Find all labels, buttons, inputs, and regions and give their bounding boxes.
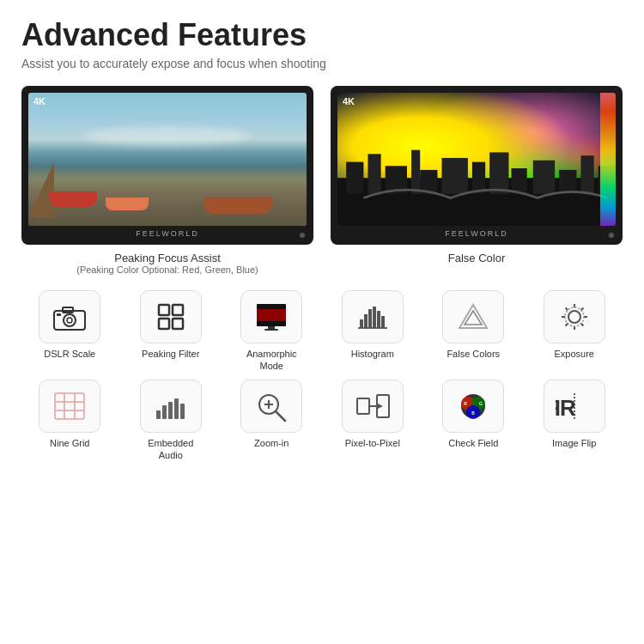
natural-screen: 4K xyxy=(28,93,307,226)
monitor2-brand: FEELWORLD xyxy=(337,229,616,238)
svg-rect-9 xyxy=(512,168,527,194)
svg-point-16 xyxy=(64,314,76,326)
monitor1-caption: Peaking Focus Assist (Peaking Color Opti… xyxy=(76,252,258,275)
page-subtitle: Assist you to accurately expose and focu… xyxy=(21,57,623,70)
pixel-to-pixel-box xyxy=(342,380,404,433)
svg-rect-21 xyxy=(173,305,183,315)
monitors-row: 4K FEELWORLD Peaking Focus Assist (Peaki… xyxy=(21,86,623,275)
svg-text:R: R xyxy=(464,401,467,406)
false-color-bg xyxy=(337,93,616,226)
image-flip-label: Image Flip xyxy=(552,437,596,449)
svg-rect-8 xyxy=(489,152,508,193)
svg-rect-7 xyxy=(472,162,485,194)
svg-rect-32 xyxy=(373,307,376,328)
zoom-in-box xyxy=(240,380,302,433)
dslr-scale-item: DSLR Scale xyxy=(21,290,118,373)
false-colors-icon xyxy=(454,301,492,333)
check-field-item: R G B Check Field xyxy=(425,380,522,462)
histogram-item: Histogram xyxy=(325,290,422,373)
svg-rect-56 xyxy=(180,404,185,419)
zoom-in-item: Zoom-in xyxy=(223,380,320,462)
svg-point-17 xyxy=(67,318,72,323)
dslr-scale-box xyxy=(39,290,100,343)
dslr-scale-icon xyxy=(51,301,88,333)
embedded-audio-box xyxy=(140,380,202,433)
monitor2-4k-label: 4K xyxy=(343,96,355,106)
exposure-icon xyxy=(556,301,593,333)
peaking-filter-item: Peaking Filter xyxy=(123,290,220,373)
page: Advanced Features Assist you to accurate… xyxy=(0,0,644,644)
svg-marker-36 xyxy=(465,311,482,325)
svg-point-37 xyxy=(568,311,580,323)
image-flip-item: R R Image Flip xyxy=(526,380,623,462)
icons-section: DSLR Scale Peaking Filter xyxy=(21,290,623,461)
boat1 xyxy=(50,191,97,207)
monitor1-4k-label: 4K xyxy=(33,96,46,106)
anamorphic-mode-icon xyxy=(252,301,290,333)
boat3 xyxy=(204,197,272,214)
check-field-icon: R G B xyxy=(454,390,492,422)
svg-rect-12 xyxy=(581,155,594,194)
svg-text:R: R xyxy=(560,395,576,421)
monitor1-brand: FEELWORLD xyxy=(28,229,307,238)
exposure-label: Exposure xyxy=(555,348,594,360)
false-colors-label: False Colors xyxy=(447,348,500,360)
svg-rect-61 xyxy=(357,398,369,414)
pixel-to-pixel-item: Pixel-to-Pixel xyxy=(325,380,422,462)
histogram-box xyxy=(342,290,404,343)
nine-grid-item: Nine Grid xyxy=(21,380,118,462)
svg-text:G: G xyxy=(479,401,483,406)
image-flip-icon: R R xyxy=(556,390,593,422)
svg-rect-6 xyxy=(442,158,468,194)
svg-rect-1 xyxy=(346,162,363,194)
svg-rect-20 xyxy=(159,319,169,329)
exposure-box xyxy=(544,290,605,343)
svg-line-58 xyxy=(276,411,285,421)
peaking-filter-icon xyxy=(152,301,190,333)
anamorphic-mode-item: Anamorphic Mode xyxy=(223,290,320,373)
svg-rect-19 xyxy=(159,305,169,315)
page-title: Advanced Features xyxy=(21,17,623,53)
svg-rect-31 xyxy=(368,309,372,328)
svg-rect-10 xyxy=(533,161,555,194)
false-colors-item: False Colors xyxy=(425,290,522,373)
svg-rect-2 xyxy=(368,154,380,194)
svg-line-42 xyxy=(565,308,568,311)
nine-grid-box xyxy=(39,380,100,433)
icons-row-2: Nine Grid Embedded Audio xyxy=(21,380,623,462)
nine-grid-icon xyxy=(51,390,88,422)
svg-rect-29 xyxy=(360,319,363,328)
svg-rect-54 xyxy=(168,402,173,419)
svg-rect-18 xyxy=(57,313,61,316)
svg-rect-55 xyxy=(174,398,179,419)
monitor2-dot xyxy=(609,233,614,238)
color-scale-bar xyxy=(600,93,616,226)
svg-rect-30 xyxy=(364,314,368,328)
city-silhouette xyxy=(337,146,616,226)
zoom-in-label: Zoom-in xyxy=(254,437,289,449)
embedded-audio-icon xyxy=(152,390,190,422)
dslr-scale-label: DSLR Scale xyxy=(44,348,95,360)
natural-monitor: 4K FEELWORLD xyxy=(21,86,313,245)
anamorphic-mode-label: Anamorphic Mode xyxy=(246,348,297,373)
zoom-in-icon xyxy=(252,390,290,422)
check-field-box: R G B xyxy=(442,380,504,433)
icons-row-1: DSLR Scale Peaking Filter xyxy=(21,290,623,373)
svg-rect-22 xyxy=(173,319,183,329)
svg-text:B: B xyxy=(471,410,475,416)
monitor2-caption: False Color xyxy=(448,252,505,264)
svg-rect-53 xyxy=(162,405,167,419)
svg-rect-27 xyxy=(264,329,278,331)
histogram-icon xyxy=(354,301,392,333)
svg-rect-24 xyxy=(257,304,286,309)
anamorphic-mode-box xyxy=(240,290,302,343)
false-color-monitor: 4K FEELWORLD xyxy=(331,86,623,245)
svg-rect-47 xyxy=(55,393,84,419)
exposure-item: Exposure xyxy=(526,290,623,373)
peaking-filter-box xyxy=(140,290,202,343)
boat2 xyxy=(106,197,149,210)
monitor1-dot xyxy=(300,233,305,238)
false-colors-box xyxy=(442,290,504,343)
sky-mist xyxy=(84,126,251,146)
embedded-audio-label: Embedded Audio xyxy=(148,437,193,462)
